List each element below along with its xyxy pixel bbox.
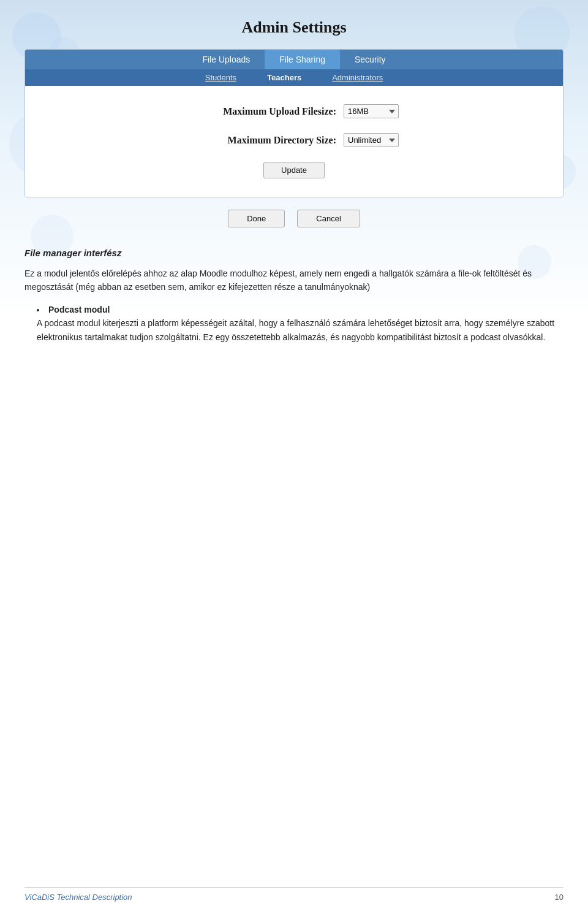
max-dir-label: Maximum Directory Size: [189, 135, 336, 146]
description-paragraph1: Ez a modul jelentős előrelépés ahhoz az … [24, 267, 564, 294]
subtab-teachers[interactable]: Teachers [255, 70, 314, 85]
tab-file-uploads[interactable]: File Uploads [187, 50, 265, 69]
list-item-podcast: Podcast modul A podcast modul kiterjeszt… [37, 303, 564, 344]
tab-security[interactable]: Security [340, 50, 401, 69]
update-row: Update [62, 162, 526, 178]
tab-row-primary: File Uploads File Sharing Security [25, 50, 563, 69]
page-content: Admin Settings File Uploads File Sharing… [0, 0, 588, 377]
update-button[interactable]: Update [263, 162, 325, 178]
subtab-students[interactable]: Students [193, 70, 249, 85]
page-title: Admin Settings [24, 18, 564, 37]
description-section: File manager interfész Ez a modul jelent… [24, 246, 564, 344]
max-upload-select[interactable]: 1MB 2MB 4MB 8MB 16MB 32MB 64MB 128MB [344, 104, 399, 118]
admin-panel: File Uploads File Sharing Security Stude… [24, 49, 564, 197]
tab-row-secondary: Students Teachers Administrators [25, 69, 563, 86]
podcast-title: Podcast modul [48, 305, 110, 314]
podcast-text: A podcast modul kiterjeszti a platform k… [37, 318, 554, 341]
action-row: Done Cancel [24, 210, 564, 227]
footer-brand: ViCaDiS Technical Description [24, 893, 132, 902]
footer-page-number: 10 [555, 893, 564, 902]
cancel-button[interactable]: Cancel [297, 210, 360, 227]
max-dir-select[interactable]: Unlimited 100MB 500MB 1GB 5GB [344, 133, 399, 147]
tab-file-sharing[interactable]: File Sharing [265, 50, 340, 69]
page-footer: ViCaDiS Technical Description 10 [24, 887, 564, 902]
panel-body: Maximum Upload Filesize: 1MB 2MB 4MB 8MB… [25, 86, 563, 197]
max-dir-row: Maximum Directory Size: Unlimited 100MB … [62, 133, 526, 147]
max-upload-row: Maximum Upload Filesize: 1MB 2MB 4MB 8MB… [62, 104, 526, 118]
done-button[interactable]: Done [228, 210, 285, 227]
subtab-administrators[interactable]: Administrators [320, 70, 395, 85]
description-heading: File manager interfész [24, 246, 564, 261]
max-upload-label: Maximum Upload Filesize: [189, 106, 336, 117]
description-list: Podcast modul A podcast modul kiterjeszt… [37, 303, 564, 344]
